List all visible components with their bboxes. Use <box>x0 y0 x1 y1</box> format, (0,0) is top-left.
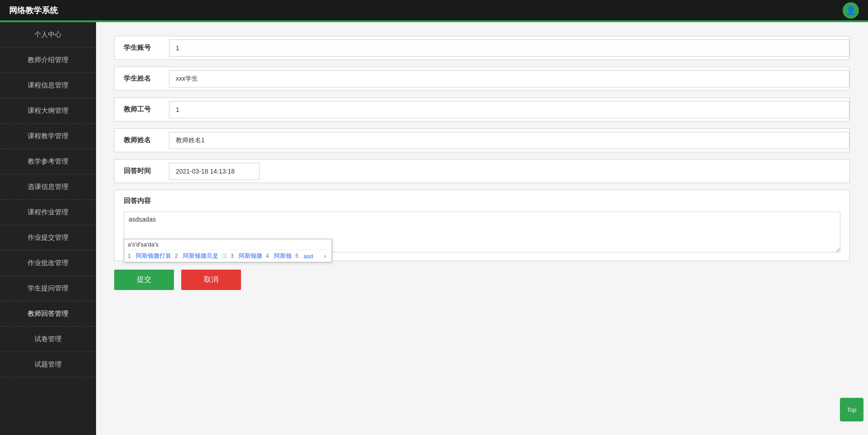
main-content: 学生账号 学生姓名 教师工号 教师姓名 回答时间 回答内容 asdsadas <box>96 22 868 435</box>
answer-content-row: 回答内容 asdsadas a's'd'sa'da's 1 阿斯顿撒打算 2 阿… <box>114 190 850 261</box>
sidebar-item-homework[interactable]: 课程作业管理 <box>0 200 96 225</box>
ime-circle-icon: ⓘ <box>222 253 227 260</box>
ime-suggestion-box: a's'd'sa'da's 1 阿斯顿撒打算 2 阿斯顿撒旦是 ⓘ 3 阿斯顿撒… <box>124 239 332 262</box>
ime-word-1[interactable]: 阿斯顿撒打算 <box>136 252 171 260</box>
sidebar-item-student-question[interactable]: 学生提问管理 <box>0 276 96 301</box>
sidebar-item-teaching-ref[interactable]: 教学参考管理 <box>0 149 96 174</box>
sidebar-item-exam-paper[interactable]: 试卷管理 <box>0 327 96 352</box>
user-avatar[interactable]: 👤 <box>843 2 859 19</box>
ime-suggestions-list: 1 阿斯顿撒打算 2 阿斯顿撒旦是 ⓘ 3 阿斯顿撒 4 阿斯顿 5 asd › <box>124 250 332 262</box>
answer-time-row: 回答时间 <box>114 159 850 183</box>
student-name-label: 学生姓名 <box>115 67 169 90</box>
sidebar-item-teacher-intro[interactable]: 教师介绍管理 <box>0 48 96 73</box>
ime-word-3[interactable]: 阿斯顿撒 <box>239 252 262 260</box>
sidebar-item-homework-submit[interactable]: 作业提交管理 <box>0 225 96 251</box>
ime-num-5: 5 <box>295 253 300 259</box>
ime-input-display: a's'd'sa'da's <box>124 239 332 250</box>
sidebar: 个人中心 教师介绍管理 课程信息管理 课程大纲管理 课程教学管理 教学参考管理 … <box>0 22 96 435</box>
student-name-row: 学生姓名 <box>114 67 850 91</box>
sidebar-item-personal[interactable]: 个人中心 <box>0 22 96 48</box>
header: 网络教学系统 👤 <box>0 0 868 20</box>
ime-word-4[interactable]: 阿斯顿 <box>274 252 292 260</box>
sidebar-item-course-select[interactable]: 选课信息管理 <box>0 174 96 200</box>
sidebar-item-course-outline[interactable]: 课程大纲管理 <box>0 98 96 124</box>
sidebar-item-teacher-answer[interactable]: 教师回答管理 <box>0 301 96 327</box>
submit-button[interactable]: 提交 <box>114 270 174 290</box>
student-account-row: 学生账号 <box>114 36 850 60</box>
button-row: 提交 取消 <box>114 261 850 295</box>
ime-word-2[interactable]: 阿斯顿撒旦是 <box>183 252 218 260</box>
ime-num-4: 4 <box>266 253 270 259</box>
ime-num-1: 1 <box>128 253 132 259</box>
ime-word-5[interactable]: asd <box>304 253 313 260</box>
teacher-name-row: 教师姓名 <box>114 128 850 152</box>
answer-content-label: 回答内容 <box>115 190 849 212</box>
sidebar-item-question-bank[interactable]: 试题管理 <box>0 352 96 377</box>
answer-time-input[interactable] <box>169 163 260 180</box>
student-account-label: 学生账号 <box>115 36 169 59</box>
teacher-id-input[interactable] <box>169 101 849 118</box>
teacher-id-row: 教师工号 <box>114 97 850 121</box>
ime-nav-forward[interactable]: › <box>322 252 328 260</box>
ime-num-3: 3 <box>231 253 235 259</box>
layout: 个人中心 教师介绍管理 课程信息管理 课程大纲管理 课程教学管理 教学参考管理 … <box>0 22 868 435</box>
teacher-id-label: 教师工号 <box>115 98 169 121</box>
student-name-input[interactable] <box>169 70 849 87</box>
cancel-button[interactable]: 取消 <box>181 270 241 290</box>
sidebar-item-course-teaching[interactable]: 课程教学管理 <box>0 124 96 149</box>
teacher-name-input[interactable] <box>169 132 849 149</box>
app-title: 网络教学系统 <box>9 5 58 16</box>
ime-num-2: 2 <box>175 253 179 259</box>
top-button[interactable]: Top <box>840 398 863 421</box>
answer-time-label: 回答时间 <box>115 160 169 183</box>
teacher-name-label: 教师姓名 <box>115 129 169 152</box>
answer-content-wrap: asdsadas a's'd'sa'da's 1 阿斯顿撒打算 2 阿斯顿撒旦是… <box>115 212 849 261</box>
sidebar-item-homework-review[interactable]: 作业批改管理 <box>0 251 96 276</box>
sidebar-item-course-info[interactable]: 课程信息管理 <box>0 73 96 98</box>
student-account-input[interactable] <box>169 39 849 57</box>
